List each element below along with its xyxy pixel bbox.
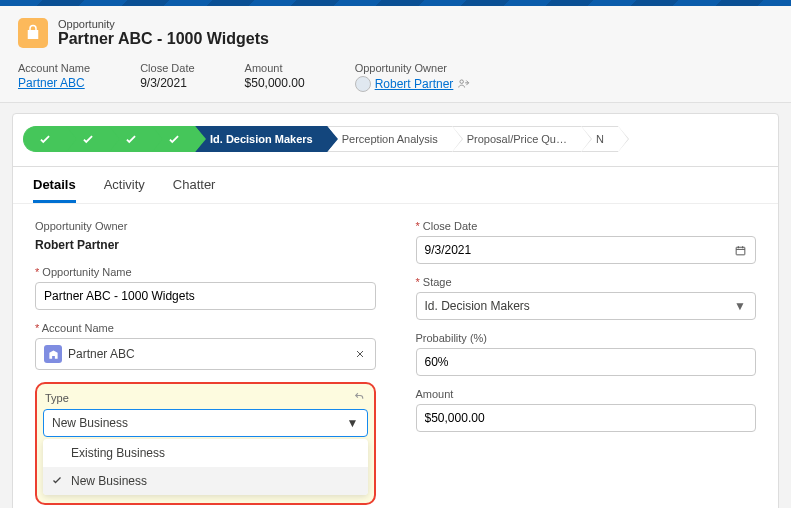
object-label: Opportunity (58, 18, 269, 30)
stage-select[interactable]: Id. Decision Makers ▼ (416, 292, 757, 320)
owner-field-label: Opportunity Owner (35, 220, 376, 232)
calendar-icon[interactable] (734, 243, 747, 257)
stage-path: Id. Decision Makers Perception Analysis … (13, 114, 778, 166)
type-option-new-label: New Business (71, 474, 147, 488)
type-select[interactable]: New Business ▼ (43, 409, 368, 437)
field-account-name: Account Name Partner ABC (35, 322, 376, 370)
path-stage-future-1[interactable]: Perception Analysis (327, 126, 452, 152)
record-header: Opportunity Partner ABC - 1000 Widgets A… (0, 6, 791, 103)
close-date-text[interactable] (425, 243, 734, 257)
type-label: Type (45, 392, 69, 404)
account-icon (44, 345, 62, 363)
opportunity-name-input[interactable] (35, 282, 376, 310)
undo-icon[interactable] (353, 390, 366, 405)
field-probability: Probability (%) (416, 332, 757, 376)
account-name-link[interactable]: Partner ABC (18, 76, 90, 90)
path-stage-complete-1[interactable] (23, 126, 66, 152)
amount-text[interactable] (425, 411, 748, 425)
type-dropdown: Existing Business New Business (43, 439, 368, 495)
field-stage: Stage Id. Decision Makers ▼ (416, 276, 757, 320)
type-selected-value: New Business (52, 416, 128, 430)
opportunity-name-text[interactable] (44, 289, 367, 303)
header-field-owner: Opportunity Owner Robert Partner (355, 62, 472, 92)
stage-field-label: Stage (423, 276, 452, 288)
close-date-value: 9/3/2021 (140, 76, 194, 90)
field-close-date: Close Date (416, 220, 757, 264)
probability-input[interactable] (416, 348, 757, 376)
account-lookup-value: Partner ABC (68, 347, 135, 361)
owner-label: Opportunity Owner (355, 62, 472, 74)
amount-label: Amount (245, 62, 305, 74)
owner-link[interactable]: Robert Partner (375, 77, 454, 91)
field-owner: Opportunity Owner Robert Partner (35, 220, 376, 254)
owner-field-value: Robert Partner (35, 236, 376, 254)
close-date-field-label: Close Date (423, 220, 477, 232)
record-tabs: Details Activity Chatter (13, 166, 778, 203)
field-type-highlighted: Type New Business ▼ Existing Business (35, 382, 376, 505)
opportunity-icon (18, 18, 48, 48)
amount-input[interactable] (416, 404, 757, 432)
caret-down-icon: ▼ (733, 299, 747, 313)
field-amount: Amount (416, 388, 757, 432)
tab-activity[interactable]: Activity (104, 167, 145, 203)
path-stage-future-2[interactable]: Proposal/Price Qu… (452, 126, 581, 152)
caret-down-icon: ▼ (347, 416, 359, 430)
avatar (355, 76, 371, 92)
field-opportunity-name: Opportunity Name (35, 266, 376, 310)
header-field-closedate: Close Date 9/3/2021 (140, 62, 194, 92)
type-option-existing[interactable]: Existing Business (43, 439, 368, 467)
amount-field-label: Amount (416, 388, 757, 400)
tab-details[interactable]: Details (33, 167, 76, 203)
change-owner-icon[interactable] (457, 77, 471, 91)
header-field-account: Account Name Partner ABC (18, 62, 90, 92)
opp-name-label: Opportunity Name (42, 266, 131, 278)
clear-icon[interactable] (353, 347, 367, 361)
account-lookup[interactable]: Partner ABC (35, 338, 376, 370)
amount-value: $50,000.00 (245, 76, 305, 90)
stage-value: Id. Decision Makers (425, 299, 530, 313)
page-title: Partner ABC - 1000 Widgets (58, 30, 269, 48)
type-option-new[interactable]: New Business (43, 467, 368, 495)
tab-chatter[interactable]: Chatter (173, 167, 216, 203)
account-name-field-label: Account Name (42, 322, 114, 334)
close-date-label: Close Date (140, 62, 194, 74)
header-field-amount: Amount $50,000.00 (245, 62, 305, 92)
probability-text[interactable] (425, 355, 748, 369)
close-date-input[interactable] (416, 236, 757, 264)
check-icon (51, 474, 63, 489)
account-name-label: Account Name (18, 62, 90, 74)
path-stage-current[interactable]: Id. Decision Makers (195, 126, 327, 152)
probability-label: Probability (%) (416, 332, 757, 344)
svg-rect-1 (736, 247, 745, 255)
svg-point-0 (460, 80, 464, 84)
